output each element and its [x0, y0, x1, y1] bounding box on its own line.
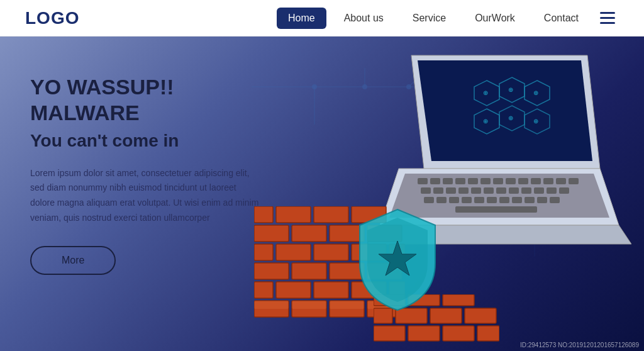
svg-rect-100 [477, 326, 499, 341]
svg-rect-63 [537, 197, 547, 203]
svg-rect-107 [443, 294, 474, 306]
nav-about[interactable]: About us [333, 8, 395, 29]
more-button[interactable]: More [30, 246, 116, 275]
svg-rect-29 [418, 178, 428, 184]
svg-rect-42 [421, 187, 431, 194]
svg-rect-37 [518, 178, 528, 184]
shield-icon [353, 206, 441, 313]
svg-rect-38 [531, 178, 541, 184]
svg-rect-55 [436, 197, 447, 203]
svg-text:⊕: ⊕ [533, 118, 538, 125]
svg-text:⊕: ⊕ [483, 118, 488, 125]
nav-home[interactable]: Home [277, 8, 326, 29]
svg-rect-53 [559, 187, 569, 194]
svg-rect-76 [254, 263, 289, 279]
svg-rect-62 [525, 197, 535, 203]
svg-rect-48 [496, 187, 506, 194]
hero-section: YO WASSUP!! MALWARE You can't come in Lo… [0, 36, 644, 351]
svg-rect-50 [521, 187, 531, 194]
nav-links: Home About us Service OurWork Contact [277, 8, 619, 29]
svg-rect-94 [292, 301, 326, 309]
svg-rect-72 [276, 282, 311, 298]
svg-rect-41 [569, 178, 579, 184]
svg-rect-99 [443, 326, 474, 341]
svg-rect-45 [458, 187, 469, 194]
svg-rect-43 [433, 187, 443, 194]
svg-rect-91 [314, 206, 348, 223]
svg-rect-34 [480, 178, 491, 184]
svg-rect-93 [254, 301, 289, 309]
svg-rect-81 [276, 244, 311, 260]
svg-rect-64 [550, 197, 560, 203]
svg-rect-98 [408, 326, 440, 341]
svg-rect-73 [314, 282, 348, 298]
nav-service[interactable]: Service [401, 8, 457, 29]
svg-rect-51 [534, 187, 544, 194]
svg-rect-59 [487, 197, 497, 203]
svg-text:⊕: ⊕ [533, 89, 538, 96]
svg-text:⊕: ⊕ [508, 86, 513, 93]
svg-marker-14 [418, 60, 592, 161]
svg-rect-52 [547, 187, 557, 194]
hero-subtitle: You can't come in [30, 131, 282, 151]
svg-rect-97 [374, 326, 405, 341]
svg-rect-35 [493, 178, 503, 184]
svg-rect-30 [430, 178, 440, 184]
hero-text-block: YO WASSUP!! MALWARE You can't come in Lo… [30, 74, 282, 275]
svg-rect-65 [455, 206, 537, 213]
hamburger-menu-icon[interactable] [596, 8, 619, 28]
svg-rect-33 [468, 178, 478, 184]
svg-rect-89 [254, 206, 273, 223]
svg-text:⊕: ⊕ [483, 89, 488, 96]
svg-text:⊕: ⊕ [508, 114, 513, 121]
svg-rect-82 [314, 244, 348, 260]
svg-rect-40 [556, 178, 566, 184]
svg-rect-36 [506, 178, 516, 184]
svg-rect-86 [292, 225, 326, 242]
hero-body: Lorem ipsum dolor sit amet, consectetuer… [30, 166, 263, 226]
svg-rect-56 [449, 197, 459, 203]
logo: LOGO [25, 8, 79, 28]
svg-rect-85 [254, 225, 289, 242]
nav-contact[interactable]: Contact [533, 8, 590, 29]
navbar: LOGO Home About us Service OurWork Conta… [0, 0, 644, 36]
svg-rect-31 [443, 178, 453, 184]
hero-title: YO WASSUP!! MALWARE [30, 74, 282, 126]
svg-rect-57 [462, 197, 472, 203]
svg-rect-77 [292, 263, 326, 279]
illustration: ⊕ ⊕ ⊕ ⊕ ⊕ ⊕ [254, 36, 644, 351]
svg-rect-61 [512, 197, 522, 203]
watermark: ID:29412573 NO:20191201201657126089 [520, 342, 639, 348]
svg-rect-80 [254, 244, 273, 260]
svg-rect-47 [484, 187, 494, 194]
svg-rect-44 [446, 187, 456, 194]
svg-rect-104 [465, 308, 496, 323]
svg-rect-71 [254, 282, 273, 298]
svg-rect-46 [471, 187, 481, 194]
svg-rect-49 [509, 187, 519, 194]
svg-rect-32 [455, 178, 465, 184]
svg-rect-39 [543, 178, 553, 184]
svg-rect-60 [499, 197, 509, 203]
svg-rect-90 [276, 206, 311, 223]
nav-ourwork[interactable]: OurWork [464, 8, 526, 29]
svg-rect-58 [474, 197, 484, 203]
svg-rect-54 [424, 197, 434, 203]
